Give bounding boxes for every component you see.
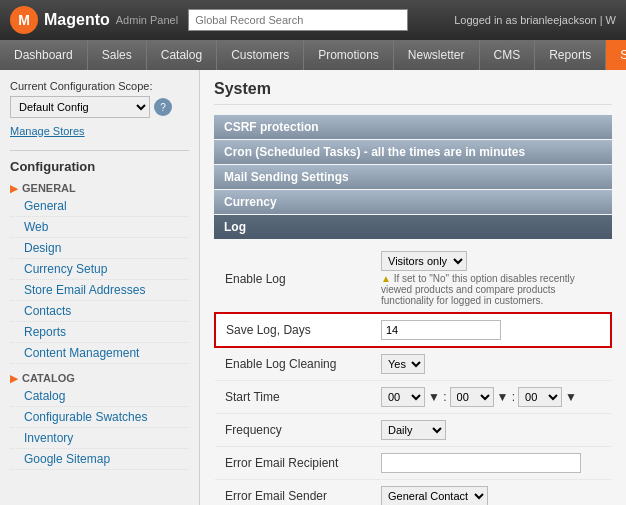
enable-log-value: Visitors only No Yes ▲ If set to "No" th… <box>371 245 611 313</box>
scope-select[interactable]: Default Config <box>10 96 150 118</box>
error-email-sender-select[interactable]: General Contact <box>381 486 488 505</box>
nav-item-promotions[interactable]: Promotions <box>304 40 394 70</box>
sidebar-section-general[interactable]: ▶ GENERAL <box>10 182 189 194</box>
user-info: Logged in as brianleejackson | W <box>454 14 616 26</box>
sidebar-item-contacts[interactable]: Contacts <box>10 301 189 322</box>
catalog-arrow-icon: ▶ <box>10 373 18 384</box>
scope-select-wrap: Default Config ? <box>10 96 189 118</box>
time-selects: 00 ▼ : 00 ▼ : 00 ▼ <box>381 387 601 407</box>
start-time-sec-select[interactable]: 00 <box>518 387 562 407</box>
sidebar-item-configurable-swatches[interactable]: Configurable Swatches <box>10 407 189 428</box>
nav-item-system[interactable]: System <box>606 40 626 70</box>
nav-item-customers[interactable]: Customers <box>217 40 304 70</box>
save-log-days-row: Save Log, Days <box>215 313 611 347</box>
enable-log-cleaning-value: Yes No <box>371 347 611 381</box>
sidebar-item-catalog[interactable]: Catalog <box>10 386 189 407</box>
currency-section-header[interactable]: Currency <box>214 190 612 214</box>
sidebar-item-currency-setup[interactable]: Currency Setup <box>10 259 189 280</box>
sidebar: Current Configuration Scope: Default Con… <box>0 70 200 505</box>
nav-item-sales[interactable]: Sales <box>88 40 147 70</box>
nav-item-dashboard[interactable]: Dashboard <box>0 40 88 70</box>
error-email-recipient-row: Error Email Recipient <box>215 447 611 480</box>
save-log-days-value <box>371 313 611 347</box>
log-section-header[interactable]: Log <box>214 215 612 239</box>
error-email-recipient-label: Error Email Recipient <box>215 447 371 480</box>
start-time-label: Start Time <box>215 381 371 414</box>
frequency-label: Frequency <box>215 414 371 447</box>
sidebar-item-reports[interactable]: Reports <box>10 322 189 343</box>
sidebar-item-general[interactable]: General <box>10 196 189 217</box>
error-email-sender-label: Error Email Sender <box>215 480 371 506</box>
enable-log-select[interactable]: Visitors only No Yes <box>381 251 467 271</box>
sidebar-item-content-mgmt[interactable]: Content Management <box>10 343 189 364</box>
save-log-days-label: Save Log, Days <box>215 313 371 347</box>
config-section-title: Configuration <box>10 150 189 174</box>
enable-log-note: ▲ If set to "No" this option disables re… <box>381 273 601 306</box>
cron-section-header[interactable]: Cron (Scheduled Tasks) - all the times a… <box>214 140 612 164</box>
error-email-sender-value: General Contact <box>371 480 611 506</box>
sidebar-item-inventory[interactable]: Inventory <box>10 428 189 449</box>
enable-log-cleaning-row: Enable Log Cleaning Yes No <box>215 347 611 381</box>
frequency-row: Frequency Daily Weekly Monthly <box>215 414 611 447</box>
sidebar-item-design[interactable]: Design <box>10 238 189 259</box>
enable-log-label: Enable Log <box>215 245 371 313</box>
nav-item-cms[interactable]: CMS <box>480 40 536 70</box>
scope-label: Current Configuration Scope: <box>10 80 189 92</box>
start-time-min-select[interactable]: 00 <box>450 387 494 407</box>
nav-item-reports[interactable]: Reports <box>535 40 606 70</box>
error-email-sender-row: Error Email Sender General Contact <box>215 480 611 506</box>
csrf-section-header[interactable]: CSRF protection <box>214 115 612 139</box>
nav-item-catalog[interactable]: Catalog <box>147 40 217 70</box>
general-arrow-icon: ▶ <box>10 183 18 194</box>
sidebar-item-google-sitemap[interactable]: Google Sitemap <box>10 449 189 470</box>
scope-info-icon[interactable]: ? <box>154 98 172 116</box>
error-email-recipient-input[interactable] <box>381 453 581 473</box>
frequency-value: Daily Weekly Monthly <box>371 414 611 447</box>
main-nav: DashboardSalesCatalogCustomersPromotions… <box>0 40 626 70</box>
log-config-table: Enable Log Visitors only No Yes ▲ If set… <box>214 245 612 505</box>
main-content: System CSRF protection Cron (Scheduled T… <box>200 70 626 505</box>
catalog-label: CATALOG <box>22 372 75 384</box>
header: M Magento Admin Panel Logged in as brian… <box>0 0 626 40</box>
enable-log-row: Enable Log Visitors only No Yes ▲ If set… <box>215 245 611 313</box>
enable-log-cleaning-select[interactable]: Yes No <box>381 354 425 374</box>
manage-stores-link[interactable]: Manage Stores <box>10 125 85 137</box>
global-search-input[interactable] <box>188 9 408 31</box>
enable-log-cleaning-label: Enable Log Cleaning <box>215 347 371 381</box>
general-label: GENERAL <box>22 182 76 194</box>
sidebar-item-store-email[interactable]: Store Email Addresses <box>10 280 189 301</box>
frequency-select[interactable]: Daily Weekly Monthly <box>381 420 446 440</box>
error-email-recipient-value <box>371 447 611 480</box>
page-title: System <box>214 80 612 105</box>
start-time-hour-select[interactable]: 00 <box>381 387 425 407</box>
magento-logo-icon: M <box>10 6 38 34</box>
sidebar-item-web[interactable]: Web <box>10 217 189 238</box>
sidebar-section-catalog[interactable]: ▶ CATALOG <box>10 372 189 384</box>
start-time-row: Start Time 00 ▼ : 00 ▼ : 00 <box>215 381 611 414</box>
nav-item-newsletter[interactable]: Newsletter <box>394 40 480 70</box>
app-subtitle: Admin Panel <box>116 14 178 26</box>
content-layout: Current Configuration Scope: Default Con… <box>0 70 626 505</box>
save-log-days-input[interactable] <box>381 320 501 340</box>
warning-icon: ▲ <box>381 273 391 284</box>
logo-area: M Magento Admin Panel <box>10 6 178 34</box>
start-time-value: 00 ▼ : 00 ▼ : 00 ▼ <box>371 381 611 414</box>
mail-section-header[interactable]: Mail Sending Settings <box>214 165 612 189</box>
app-name: Magento <box>44 11 110 29</box>
